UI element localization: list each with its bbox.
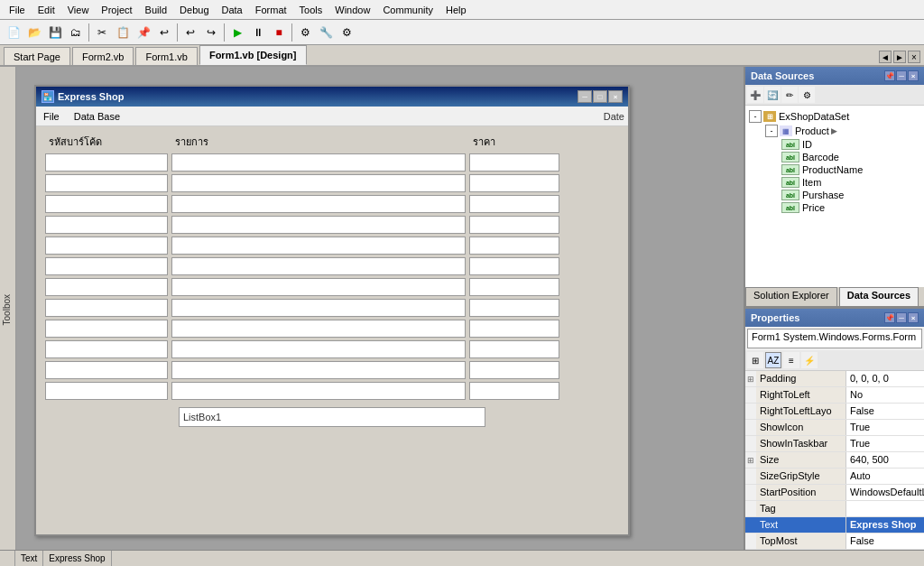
props-sort-category-button[interactable]: ⊞ xyxy=(747,352,763,368)
datasources-close-button[interactable]: × xyxy=(908,70,919,81)
menu-edit[interactable]: Edit xyxy=(32,3,60,17)
tools-btn3[interactable]: ⚙ xyxy=(337,23,356,42)
save-all-button[interactable]: 🗂 xyxy=(66,23,86,42)
menu-tools[interactable]: Tools xyxy=(294,3,328,17)
save-button[interactable]: 💾 xyxy=(45,23,65,42)
cell-item-10[interactable] xyxy=(171,340,466,358)
tab-form1-vb[interactable]: Form1.vb xyxy=(135,47,197,65)
open-button[interactable]: 📂 xyxy=(24,23,44,42)
properties-close-button[interactable]: × xyxy=(908,312,919,323)
cell-price-12[interactable] xyxy=(469,382,559,400)
product-expand-icon[interactable]: - xyxy=(765,125,778,137)
sizegripstyle-value[interactable]: Auto xyxy=(846,469,924,484)
size-value[interactable]: 640, 500 xyxy=(846,452,924,468)
cut-button[interactable]: ✂ xyxy=(92,23,112,42)
tab-form2-vb[interactable]: Form2.vb xyxy=(72,47,134,65)
cell-item-4[interactable] xyxy=(171,216,466,234)
menu-window[interactable]: Window xyxy=(329,3,375,17)
redo-action-button[interactable]: ↪ xyxy=(201,23,221,42)
tab-data-sources[interactable]: Data Sources xyxy=(839,287,919,306)
cell-barcode-3[interactable] xyxy=(45,195,168,213)
size-expand[interactable]: ⊞ xyxy=(745,452,756,468)
cell-price-8[interactable] xyxy=(469,299,559,317)
design-canvas[interactable]: 🏪 Express Shop ─ □ × File Data Base Date… xyxy=(16,67,744,550)
tree-field-purshase[interactable]: abl Purshase xyxy=(781,189,920,201)
startposition-value[interactable]: WindowsDefaultL xyxy=(846,485,924,500)
form-close-button[interactable]: × xyxy=(608,90,623,103)
cell-item-5[interactable] xyxy=(171,237,466,255)
showicon-value[interactable]: True xyxy=(846,420,924,435)
new-file-button[interactable]: 📄 xyxy=(4,23,23,42)
menu-format[interactable]: Format xyxy=(250,3,292,17)
props-view-events-button[interactable]: ⚡ xyxy=(801,352,818,368)
cell-item-3[interactable] xyxy=(171,195,466,213)
stop-button[interactable]: ■ xyxy=(269,23,289,42)
tab-start-page[interactable]: Start Page xyxy=(4,47,70,65)
datasources-minimize-button[interactable]: ─ xyxy=(896,70,907,81)
cell-price-11[interactable] xyxy=(469,361,559,379)
tab-close-button[interactable]: × xyxy=(908,51,920,63)
tree-field-item[interactable]: abl Item xyxy=(781,176,920,189)
cell-price-10[interactable] xyxy=(469,340,559,358)
datasources-settings-button[interactable]: ⚙ xyxy=(799,87,815,103)
properties-minimize-button[interactable]: ─ xyxy=(896,312,907,323)
cell-price-3[interactable] xyxy=(469,195,559,213)
tree-field-productname[interactable]: abl ProductName xyxy=(781,163,920,176)
cell-item-7[interactable] xyxy=(171,278,466,296)
cell-barcode-10[interactable] xyxy=(45,340,168,358)
datasources-pin-button[interactable]: 📌 xyxy=(884,70,895,81)
righttoleftlayo-value[interactable]: False xyxy=(846,404,924,419)
undo-button[interactable]: ↩ xyxy=(154,23,174,42)
text-value[interactable]: Express Shop xyxy=(846,517,924,533)
cell-price-2[interactable] xyxy=(469,174,559,192)
cell-item-9[interactable] xyxy=(171,320,466,338)
menu-data[interactable]: Data xyxy=(217,3,248,17)
cell-price-5[interactable] xyxy=(469,237,559,255)
tree-dataset-node[interactable]: - ⊞ ExShopDataSet xyxy=(749,109,920,124)
cell-barcode-4[interactable] xyxy=(45,216,168,234)
tab-nav-left[interactable]: ◄ xyxy=(879,51,892,63)
copy-button[interactable]: 📋 xyxy=(113,23,133,42)
menu-debug[interactable]: Debug xyxy=(174,3,214,17)
menu-help[interactable]: Help xyxy=(440,3,472,17)
padding-value[interactable]: 0, 0, 0, 0 xyxy=(846,371,924,386)
datasources-edit-button[interactable]: ✏ xyxy=(781,87,798,103)
cell-price-7[interactable] xyxy=(469,278,559,296)
datasources-refresh-button[interactable]: 🔄 xyxy=(764,87,781,103)
props-sort-alpha-button[interactable]: AZ xyxy=(765,352,781,368)
form-maximize-button[interactable]: □ xyxy=(593,90,607,103)
cell-barcode-5[interactable] xyxy=(45,237,168,255)
undo-action-button[interactable]: ↩ xyxy=(180,23,200,42)
cell-item-11[interactable] xyxy=(171,361,466,379)
form-minimize-button[interactable]: ─ xyxy=(578,90,592,103)
topmost-value[interactable]: False xyxy=(846,534,924,549)
menu-community[interactable]: Community xyxy=(377,3,439,17)
run-button[interactable]: ▶ xyxy=(227,23,247,42)
props-view-properties-button[interactable]: ≡ xyxy=(783,352,799,368)
cell-barcode-6[interactable] xyxy=(45,257,168,275)
tree-field-barcode[interactable]: abl Barcode xyxy=(781,151,920,163)
dataset-expand-icon[interactable]: - xyxy=(749,110,762,123)
menu-view[interactable]: View xyxy=(62,3,95,17)
menu-file[interactable]: File xyxy=(4,3,31,17)
cell-barcode-9[interactable] xyxy=(45,320,168,338)
cell-barcode-11[interactable] xyxy=(45,361,168,379)
tools-btn1[interactable]: ⚙ xyxy=(295,23,315,42)
cell-barcode-8[interactable] xyxy=(45,299,168,317)
cell-barcode-2[interactable] xyxy=(45,174,168,192)
properties-pin-button[interactable]: 📌 xyxy=(884,312,895,323)
cell-price-4[interactable] xyxy=(469,216,559,234)
tree-field-id[interactable]: abl ID xyxy=(781,138,920,151)
paste-button[interactable]: 📌 xyxy=(134,23,153,42)
listbox1[interactable]: ListBox1 xyxy=(179,407,485,427)
cell-item-12[interactable] xyxy=(171,382,466,400)
cell-item-1[interactable] xyxy=(171,153,466,172)
menu-build[interactable]: Build xyxy=(140,3,172,17)
righttoleft-value[interactable]: No xyxy=(846,387,924,403)
cell-price-1[interactable] xyxy=(469,153,559,172)
cell-price-9[interactable] xyxy=(469,320,559,338)
tab-nav-right[interactable]: ► xyxy=(893,51,906,63)
showintaskbar-value[interactable]: True xyxy=(846,436,924,451)
datasources-add-button[interactable]: ➕ xyxy=(747,87,763,103)
tag-value[interactable] xyxy=(846,501,924,516)
